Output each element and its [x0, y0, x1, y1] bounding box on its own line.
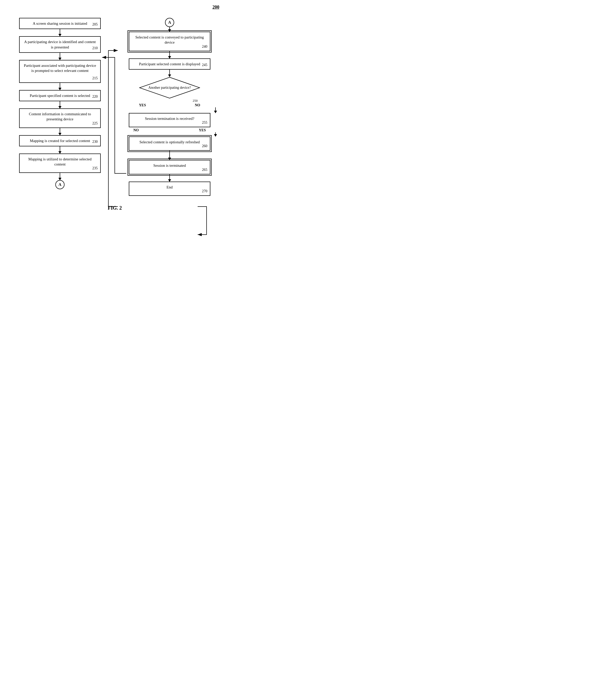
step-265-num: 265 — [202, 168, 207, 172]
step-215-label: Participant associated with participatin… — [24, 64, 96, 73]
arrow-215-220 — [60, 83, 60, 90]
arrow-260-265 — [169, 151, 170, 160]
step-230: Mapping is created for selected content … — [19, 135, 101, 146]
step-240-num: 240 — [202, 44, 207, 49]
step-220: Participant specified content is selecte… — [19, 90, 101, 101]
connector-a-top: A — [165, 18, 174, 27]
step-245-label: Participant selected content is displaye… — [139, 62, 200, 66]
step-205-label: A screen sharing session is initiated — [33, 21, 87, 25]
arrow-205-210 — [60, 29, 60, 36]
step-260-label: Selected content is optionally refreshed — [140, 140, 200, 144]
arrow-220-225 — [60, 101, 60, 108]
step-210: A participating device is identified and… — [19, 36, 101, 53]
left-column: A screen sharing session is initiated 20… — [10, 18, 110, 196]
arrow-240-245 — [169, 51, 170, 58]
step-265: Session is terminated 265 — [129, 160, 210, 174]
arrow-245-250 — [169, 70, 170, 77]
step-205-num: 205 — [92, 22, 98, 27]
step-255: Session termination is received? 255 — [129, 113, 210, 127]
step-240-label: Selected content is conveyed to particip… — [135, 35, 204, 44]
step-260: Selected content is optionally refreshed… — [129, 136, 210, 151]
step-255-label: Session termination is received? — [145, 117, 194, 121]
step-250-label: Another participating device? — [148, 86, 191, 90]
step-225-num: 225 — [92, 121, 98, 126]
arrow-265-270 — [169, 174, 170, 181]
step-215-num: 215 — [92, 76, 98, 81]
step-235: Mapping is utilized to determine selecte… — [19, 153, 101, 173]
step-250-yes-label: YES — [139, 103, 146, 107]
arrow-225-230 — [60, 128, 60, 135]
connector-a-bottom: A — [55, 180, 65, 189]
arrow-210-215 — [60, 53, 60, 60]
arrow-235-connA — [60, 173, 60, 180]
step-225: Content information is communicated to p… — [19, 108, 101, 128]
step-230-num: 230 — [92, 140, 98, 144]
arrow-connA-240 — [169, 27, 170, 32]
step-220-num: 220 — [92, 94, 98, 99]
step-210-label: A participating device is identified and… — [24, 40, 96, 49]
step-205: A screen sharing session is initiated 20… — [19, 18, 101, 29]
step-210-num: 210 — [92, 46, 98, 51]
step-255-yes-label: YES — [199, 128, 206, 132]
step-250-num: 250 — [193, 99, 198, 102]
step-230-label: Mapping is created for selected content — [30, 139, 90, 143]
step-270-num: 270 — [202, 189, 207, 194]
step-270: End 270 — [129, 181, 210, 196]
step-235-label: Mapping is utilized to determine selecte… — [28, 157, 92, 166]
step-255-no-label: NO — [133, 128, 139, 132]
step-245-num: 245 — [202, 63, 207, 68]
step-235-num: 235 — [92, 166, 98, 171]
step-240: Selected content is conveyed to particip… — [129, 32, 210, 51]
step-250-diamond: Another participating device? 250 — [139, 77, 200, 103]
step-220-label: Participant specified content is selecte… — [30, 94, 90, 98]
step-250-branches: YES NO — [139, 103, 200, 107]
arrow-230-235 — [60, 146, 60, 153]
flowchart: A screen sharing session is initiated 20… — [10, 18, 219, 196]
step-225-label: Content information is communicated to p… — [29, 112, 91, 121]
arrow-250no-255 — [215, 107, 216, 113]
step-255-num: 255 — [202, 120, 207, 125]
step-265-label: Session is terminated — [153, 164, 186, 168]
diagram-number: 200 — [213, 5, 219, 10]
figure-caption: FIG. 2 — [10, 205, 219, 211]
right-column: A Selected content is conveyed to partic… — [120, 18, 219, 196]
step-245: Participant selected content is displaye… — [129, 58, 210, 70]
arrow-255yes-260 — [215, 132, 216, 136]
step-255-branches: NO YES — [129, 128, 210, 132]
step-260-num: 260 — [202, 144, 207, 149]
step-250-no-label: NO — [195, 103, 200, 107]
step-215: Participant associated with participatin… — [19, 60, 101, 83]
step-270-label: End — [167, 185, 173, 189]
